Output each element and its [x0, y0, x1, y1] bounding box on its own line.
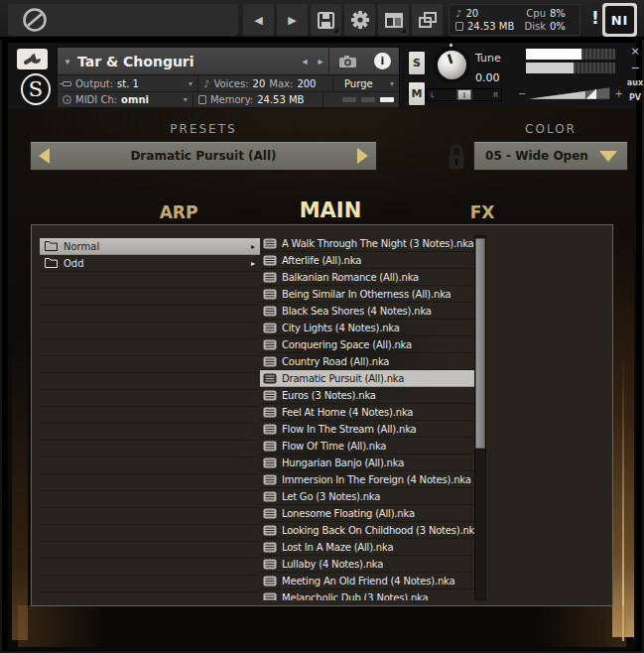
- preset-prev-icon[interactable]: [39, 148, 50, 164]
- color-value: 05 - Wide Open: [474, 149, 599, 163]
- preset-file-icon: [263, 306, 277, 317]
- ni-logo-button[interactable]: NI: [602, 3, 637, 37]
- level-meters: [526, 49, 615, 76]
- mute-button[interactable]: M: [408, 81, 426, 106]
- list-item[interactable]: Immersion In The Foreign (4 Notes).nka: [260, 471, 474, 488]
- purge-menu[interactable]: Purge ▾: [333, 75, 399, 91]
- tab-fx[interactable]: FX: [423, 202, 542, 224]
- volume-minus-label: −: [518, 88, 526, 99]
- lock-icon[interactable]: [448, 144, 465, 171]
- list-item[interactable]: Balkanian Romance (All).nka: [260, 269, 474, 286]
- list-item[interactable]: Let Go (3 Notes).nka: [260, 488, 474, 505]
- frame-glow-right-line: [622, 357, 624, 641]
- list-item[interactable]: Hungarian Banjo (All).nka: [260, 455, 474, 471]
- output-select[interactable]: Output: st. 1 ▾: [58, 75, 198, 91]
- edit-instrument-button[interactable]: [17, 49, 48, 69]
- folder-row-empty: [40, 390, 260, 407]
- file-list-scrollbar[interactable]: [474, 235, 486, 600]
- tune-knob-cap: [438, 51, 466, 79]
- volume-wedge[interactable]: [529, 86, 611, 100]
- list-item[interactable]: Melancholic Dub (3 Notes).nka: [260, 589, 474, 600]
- back-button[interactable]: ◀: [243, 4, 274, 36]
- list-item[interactable]: Lonesome Floating (All).nka: [260, 505, 474, 522]
- close-instrument-button[interactable]: ×: [623, 45, 644, 58]
- instrument-logo-letter: S: [29, 77, 43, 101]
- folder-row-empty: [40, 508, 260, 525]
- pan-slider[interactable]: L R: [427, 88, 502, 101]
- settings-button[interactable]: [344, 4, 375, 36]
- list-item[interactable]: Conquering Space (All).nka: [260, 336, 474, 353]
- instrument-title-bar[interactable]: ▾ Tar & Chonguri ◂ ▸ i: [58, 48, 399, 75]
- voices-icon: ♪: [455, 8, 461, 19]
- pan-handle[interactable]: [457, 89, 472, 100]
- snapshot-button[interactable]: [328, 48, 366, 74]
- performance-view-button[interactable]: PV: [623, 93, 644, 102]
- kontakt-menu-button[interactable]: [8, 4, 238, 36]
- preset-selector[interactable]: Dramatic Pursuit (All): [30, 141, 377, 171]
- list-item[interactable]: Lullaby (4 Notes).nka: [260, 556, 474, 573]
- gear-icon: [351, 11, 369, 29]
- aux-button[interactable]: aux: [623, 78, 644, 87]
- folder-row-empty: [40, 289, 260, 306]
- folder-name: Odd: [64, 258, 84, 269]
- preset-file-icon: [263, 542, 277, 553]
- midi-channel-select[interactable]: MIDI Ch: omni ▾: [58, 92, 193, 107]
- folder-item-odd[interactable]: Odd▸: [40, 255, 260, 272]
- tune-knob-pointer: [447, 54, 452, 64]
- wrench-icon: [23, 53, 42, 65]
- instrument-title: Tar & Chonguri: [77, 54, 194, 69]
- indicator-bar-lit: [380, 97, 394, 102]
- list-item[interactable]: Black Sea Shores (4 Notes).nka: [260, 303, 474, 320]
- tab-main[interactable]: MAIN: [271, 198, 390, 224]
- folder-expand-icon: ▸: [251, 259, 255, 268]
- file-name: Dramatic Pursuit (All).nka: [282, 373, 404, 384]
- frame-glow-left: [12, 337, 28, 640]
- file-name: Hungarian Banjo (All).nka: [282, 457, 404, 468]
- volume-slider[interactable]: − +: [518, 86, 623, 100]
- list-item[interactable]: Dramatic Pursuit (All).nka: [260, 370, 474, 387]
- list-item[interactable]: Feel At Home (4 Notes).nka: [260, 404, 474, 421]
- info-button[interactable]: i: [366, 48, 399, 74]
- minimize-instrument-button[interactable]: −: [623, 62, 644, 74]
- list-item[interactable]: Looking Back On Childhood (3 Notes).nka: [260, 522, 474, 539]
- tune-label: Tune: [475, 52, 501, 65]
- tune-knob[interactable]: [433, 46, 470, 83]
- scrollbar-thumb[interactable]: [475, 238, 485, 449]
- workspace-windows-button[interactable]: [412, 4, 443, 36]
- preset-file-icon: [263, 339, 277, 350]
- folder-row-empty: [40, 576, 260, 592]
- tab-arp[interactable]: ARP: [119, 202, 238, 224]
- collapse-caret-icon[interactable]: ▾: [58, 57, 77, 66]
- list-item[interactable]: Afterlife (All).nka: [260, 252, 474, 269]
- view-layout-button[interactable]: [378, 4, 409, 36]
- preset-file-icon: [263, 407, 277, 418]
- layout-icon: [385, 13, 403, 28]
- folder-item-normal[interactable]: Normal▸: [40, 238, 260, 255]
- list-item[interactable]: Flow Of Time (All).nka: [260, 438, 474, 455]
- folder-icon: [45, 241, 58, 251]
- forward-button[interactable]: ▶: [277, 4, 308, 36]
- save-button[interactable]: [311, 4, 341, 36]
- list-item[interactable]: A Walk Through The Night (3 Notes).nka: [260, 235, 474, 252]
- preset-next-icon[interactable]: [357, 148, 368, 164]
- list-item[interactable]: Lost In A Maze (All).nka: [260, 539, 474, 556]
- list-item[interactable]: Euros (3 Notes).nka: [260, 387, 474, 404]
- system-stats-panel: ♪ 20 Cpu 8% 24.53 MB Disk 0%: [449, 4, 580, 36]
- file-list: A Walk Through The Night (3 Notes).nkaAf…: [260, 235, 474, 600]
- file-name: Let Go (3 Notes).nka: [282, 491, 380, 502]
- folder-row-empty: [40, 356, 260, 373]
- next-instrument-icon[interactable]: ▸: [313, 56, 328, 66]
- list-item[interactable]: Flow In The Stream (All).nka: [260, 421, 474, 438]
- solo-button[interactable]: S: [408, 51, 426, 75]
- folder-row-empty: [40, 323, 260, 339]
- prev-instrument-icon[interactable]: ◂: [297, 56, 313, 66]
- list-item[interactable]: Meeting An Old Friend (4 Notes).nka: [260, 573, 474, 589]
- list-item[interactable]: Country Road (All).nka: [260, 353, 474, 370]
- list-item[interactable]: Being Similar In Otherness (All).nka: [260, 286, 474, 303]
- cascade-windows-icon: [419, 12, 437, 28]
- file-name: Flow In The Stream (All).nka: [282, 424, 416, 435]
- output-label: Output:: [75, 78, 113, 89]
- color-dropdown[interactable]: 05 - Wide Open: [473, 141, 628, 171]
- list-item[interactable]: City Lights (4 Notes).nka: [260, 320, 474, 336]
- panic-button[interactable]: !: [587, 8, 603, 28]
